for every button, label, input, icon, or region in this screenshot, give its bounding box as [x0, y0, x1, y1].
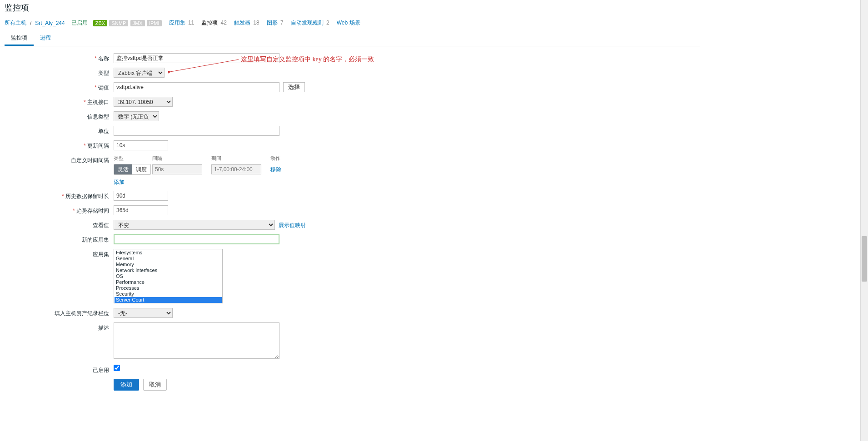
- label-new-application: 新的应用集: [5, 234, 114, 244]
- label-description: 描述: [5, 322, 114, 332]
- breadcrumb-all-hosts[interactable]: 所有主机: [5, 19, 26, 27]
- host-interface-select[interactable]: 39.107. 10050: [114, 97, 173, 107]
- label-trends: 趋势存储时间: [5, 205, 114, 215]
- link-web[interactable]: Web 场景: [337, 19, 360, 27]
- custom-period-input[interactable]: [211, 164, 261, 174]
- interval-type-segment: 灵活 调度: [114, 164, 151, 175]
- item-form: 名称 类型 Zabbix 客户端 键值 选择 主机接口 39.107. 1005…: [0, 46, 700, 402]
- page-title: 监控项: [0, 0, 700, 17]
- label-units: 单位: [5, 126, 114, 135]
- units-input[interactable]: [114, 126, 279, 136]
- label-key: 键值: [5, 82, 114, 92]
- label-type: 类型: [5, 68, 114, 77]
- badge-jmx: JMX: [130, 20, 145, 26]
- type-select[interactable]: Zabbix 客户端: [114, 68, 165, 78]
- label-show-value: 查看值: [5, 220, 114, 229]
- show-value-select[interactable]: 不变: [114, 220, 275, 230]
- badge-zbx: ZBX: [93, 20, 107, 26]
- key-select-button[interactable]: 选择: [283, 82, 305, 92]
- scrollbar-thumb[interactable]: [862, 236, 867, 282]
- history-input[interactable]: [114, 191, 168, 201]
- application-option[interactable]: OS: [115, 273, 222, 279]
- label-update-interval: 更新间隔: [5, 140, 114, 150]
- application-option[interactable]: General: [115, 256, 222, 262]
- breadcrumb-sep: /: [30, 20, 31, 26]
- enabled-checkbox[interactable]: [114, 365, 120, 371]
- label-inventory: 填入主机资产纪录栏位: [5, 308, 114, 317]
- tab-items[interactable]: 监控项: [5, 30, 34, 46]
- link-applications[interactable]: 应用集 11: [169, 19, 195, 27]
- segment-flexible[interactable]: 灵活: [114, 164, 132, 174]
- application-option[interactable]: Processes: [115, 285, 222, 291]
- custom-delay-input[interactable]: [152, 164, 202, 174]
- remove-interval-link[interactable]: 移除: [270, 166, 281, 173]
- link-discovery[interactable]: 自动发现规则 2: [291, 19, 329, 27]
- scrollbar[interactable]: [860, 0, 868, 441]
- label-info-type: 信息类型: [5, 111, 114, 121]
- update-interval-input[interactable]: [114, 140, 168, 150]
- status-enabled: 已启用: [71, 19, 88, 27]
- description-textarea[interactable]: [114, 322, 279, 359]
- application-option[interactable]: Performance: [115, 279, 222, 285]
- label-host-interface: 主机接口: [5, 97, 114, 106]
- link-items[interactable]: 监控项 42: [201, 19, 227, 27]
- trends-input[interactable]: [114, 205, 168, 215]
- label-custom-intervals: 自定义时间间隔: [5, 155, 114, 164]
- application-option[interactable]: Memory: [115, 262, 222, 268]
- application-option[interactable]: Network interfaces: [115, 268, 222, 273]
- application-option[interactable]: Server Court: [115, 297, 222, 303]
- application-option[interactable]: Filesystems: [115, 250, 222, 256]
- application-option[interactable]: Security: [115, 291, 222, 297]
- label-history: 历史数据保留时长: [5, 191, 114, 200]
- label-enabled: 已启用: [5, 365, 114, 374]
- key-input[interactable]: [114, 82, 279, 92]
- segment-scheduled[interactable]: 调度: [132, 164, 150, 174]
- add-interval-link[interactable]: 添加: [114, 179, 125, 185]
- meta-bar: 所有主机 / Srt_Aly_244 已启用 ZBX SNMP JMX IPMI…: [0, 17, 700, 30]
- badge-snmp: SNMP: [109, 20, 128, 26]
- tabs: 监控项 进程: [0, 30, 700, 46]
- application-option[interactable]: Zabbix agent: [115, 303, 222, 303]
- link-triggers[interactable]: 触发器 18: [234, 19, 259, 27]
- breadcrumb-host[interactable]: Srt_Aly_244: [35, 20, 65, 26]
- applications-listbox[interactable]: FilesystemsGeneralMemoryNetwork interfac…: [114, 249, 223, 303]
- link-graphs[interactable]: 图形 7: [267, 19, 284, 27]
- annotation-text: 这里填写自定义监控项中 key 的名字，必须一致: [241, 55, 374, 64]
- add-button[interactable]: 添加: [114, 379, 139, 391]
- tab-process[interactable]: 进程: [34, 30, 57, 46]
- show-value-map-link[interactable]: 展示值映射: [279, 222, 306, 228]
- label-name: 名称: [5, 53, 114, 63]
- badge-ipmi: IPMI: [147, 20, 162, 26]
- custom-intervals-table: 类型 间隔 期间 动作 灵活 调度: [114, 155, 295, 186]
- cancel-button[interactable]: 取消: [143, 379, 167, 391]
- label-applications: 应用集: [5, 249, 114, 258]
- info-type-select[interactable]: 数字 (无正负): [114, 111, 159, 121]
- inventory-select[interactable]: -无-: [114, 308, 173, 318]
- new-application-input[interactable]: [114, 234, 279, 244]
